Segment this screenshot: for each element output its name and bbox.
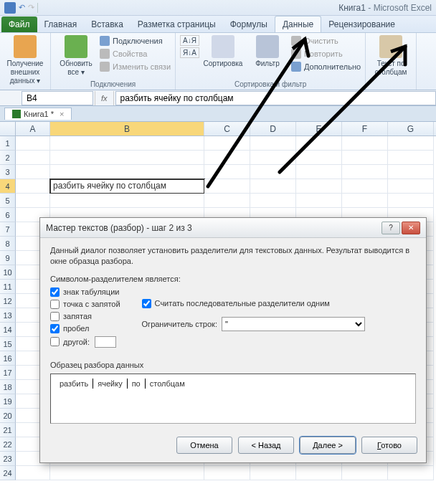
cell[interactable] xyxy=(250,151,296,165)
dialog-close-button[interactable]: ✕ xyxy=(402,222,420,234)
chk-comma[interactable]: запятая xyxy=(50,312,120,321)
cell[interactable] xyxy=(296,179,342,194)
cell[interactable] xyxy=(204,179,250,194)
cell[interactable] xyxy=(204,466,250,480)
chk-semicolon[interactable]: точка с запятой xyxy=(50,300,120,309)
back-button[interactable]: < < НазадНазад xyxy=(238,437,294,454)
close-icon[interactable]: × xyxy=(60,110,64,118)
cell[interactable] xyxy=(388,179,434,194)
cell[interactable] xyxy=(250,466,296,480)
cell[interactable] xyxy=(296,466,342,480)
row-header[interactable]: 24 xyxy=(0,466,16,480)
cell[interactable] xyxy=(342,179,388,194)
cell[interactable] xyxy=(250,136,296,151)
help-button[interactable]: ? xyxy=(382,222,400,234)
row-header[interactable]: 21 xyxy=(0,423,16,437)
tab-home[interactable]: Главная xyxy=(37,16,85,32)
row-header[interactable]: 20 xyxy=(0,409,16,423)
next-button[interactable]: Далее > xyxy=(300,437,356,454)
row-header[interactable]: 19 xyxy=(0,394,16,409)
chk-other[interactable]: другой: xyxy=(50,336,120,348)
get-external-data-button[interactable]: Получение внешних данных ▾ xyxy=(4,35,46,85)
advanced-filter-button[interactable]: Дополнительно xyxy=(291,61,361,72)
row-header[interactable]: 16 xyxy=(0,351,16,366)
select-all-corner[interactable] xyxy=(0,122,16,135)
name-box[interactable] xyxy=(22,91,93,105)
chk-tab-input[interactable] xyxy=(50,287,60,297)
sort-az-icon[interactable]: А↓Я xyxy=(180,35,199,46)
cell[interactable] xyxy=(50,466,204,480)
dialog-titlebar[interactable]: Мастер текстов (разбор) - шаг 2 из 3 ? ✕ xyxy=(40,218,426,238)
cell[interactable] xyxy=(50,151,204,165)
tab-page-layout[interactable]: Разметка страницы xyxy=(131,16,223,32)
row-header[interactable]: 8 xyxy=(0,237,16,251)
row-header[interactable]: 11 xyxy=(0,280,16,294)
cell[interactable] xyxy=(204,165,250,179)
sort-button[interactable]: Сортировка xyxy=(202,35,244,72)
col-header-a[interactable]: A xyxy=(16,122,50,135)
sort-za-icon[interactable]: Я↓А xyxy=(180,47,199,58)
tab-insert[interactable]: Вставка xyxy=(84,16,131,32)
chk-space[interactable]: пробел xyxy=(50,324,120,333)
row-header[interactable]: 15 xyxy=(0,337,16,351)
cell[interactable] xyxy=(204,136,250,151)
undo-icon[interactable]: ↶ xyxy=(19,3,25,12)
qualifier-select[interactable]: " xyxy=(222,317,365,331)
cell[interactable] xyxy=(250,194,296,208)
row-header[interactable]: 18 xyxy=(0,380,16,394)
cell[interactable] xyxy=(16,151,50,165)
row-header[interactable]: 17 xyxy=(0,366,16,380)
row-header[interactable]: 7 xyxy=(0,222,16,237)
cell[interactable] xyxy=(296,151,342,165)
redo-icon[interactable]: ↷ xyxy=(28,3,34,12)
cell[interactable] xyxy=(16,136,50,151)
tab-review[interactable]: Рецензирование xyxy=(321,16,402,32)
cell[interactable] xyxy=(388,136,434,151)
cell[interactable] xyxy=(250,179,296,194)
cell[interactable] xyxy=(250,165,296,179)
row-header[interactable]: 4 xyxy=(0,179,16,194)
row-header[interactable]: 22 xyxy=(0,437,16,452)
chk-consecutive-input[interactable] xyxy=(142,299,151,308)
cell[interactable] xyxy=(342,151,388,165)
cell[interactable] xyxy=(388,466,434,480)
cell[interactable] xyxy=(342,466,388,480)
tab-formulas[interactable]: Формулы xyxy=(223,16,275,32)
row-header[interactable]: 12 xyxy=(0,294,16,308)
row-header[interactable]: 9 xyxy=(0,251,16,265)
col-header-e[interactable]: E xyxy=(296,122,342,135)
tab-file[interactable]: Файл xyxy=(1,16,37,32)
filter-button[interactable]: Фильтр xyxy=(247,35,288,72)
cell[interactable] xyxy=(204,151,250,165)
cell[interactable] xyxy=(16,179,50,194)
cell[interactable] xyxy=(388,151,434,165)
row-header[interactable]: 3 xyxy=(0,165,16,179)
save-icon[interactable] xyxy=(4,2,16,14)
tab-data[interactable]: Данные xyxy=(275,16,321,32)
cell[interactable]: разбить ячейку по столбцам xyxy=(50,179,204,194)
cell[interactable] xyxy=(342,194,388,208)
cell[interactable] xyxy=(296,165,342,179)
text-to-columns-button[interactable]: Текст по столбцам xyxy=(370,35,412,77)
cell[interactable] xyxy=(296,136,342,151)
cell[interactable] xyxy=(296,194,342,208)
chk-consecutive[interactable]: Считать последовательные разделители одн… xyxy=(142,299,365,308)
chk-comma-input[interactable] xyxy=(50,312,60,321)
cell[interactable] xyxy=(342,165,388,179)
chk-tab[interactable]: знак табуляции xyxy=(50,287,120,297)
cell[interactable] xyxy=(388,194,434,208)
cell[interactable] xyxy=(50,194,204,208)
row-header[interactable]: 14 xyxy=(0,323,16,337)
connections-button[interactable]: Подключения xyxy=(100,35,171,47)
cell[interactable] xyxy=(50,165,204,179)
col-header-d[interactable]: D xyxy=(250,122,296,135)
row-header[interactable]: 6 xyxy=(0,208,16,222)
cell[interactable] xyxy=(16,194,50,208)
fx-icon[interactable]: fx xyxy=(95,91,114,105)
formula-input[interactable] xyxy=(115,91,436,105)
cell[interactable] xyxy=(204,194,250,208)
cell[interactable] xyxy=(16,466,50,480)
cell[interactable] xyxy=(16,165,50,179)
col-header-f[interactable]: F xyxy=(342,122,388,135)
row-header[interactable]: 5 xyxy=(0,194,16,208)
